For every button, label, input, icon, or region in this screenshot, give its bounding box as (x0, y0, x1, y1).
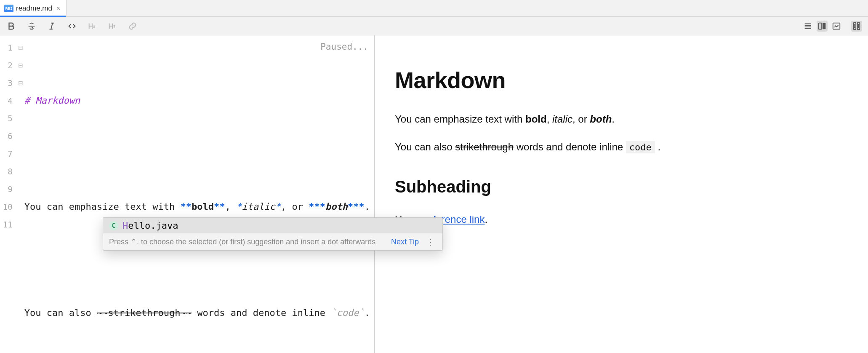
preview-h1: Markdown (395, 63, 848, 97)
italic-button[interactable] (46, 21, 57, 32)
preview-paragraph: You can also strikethrough words and den… (395, 139, 848, 155)
markdown-file-icon (4, 5, 13, 12)
line-number: 3 (0, 74, 13, 92)
editor-preview-split-button[interactable] (817, 21, 828, 32)
line-number: 7 (0, 145, 13, 163)
preview-only-view-button[interactable] (831, 21, 842, 32)
editor-only-view-button[interactable] (802, 21, 813, 32)
completion-item[interactable]: Hello.java (103, 218, 442, 233)
strikethrough-button[interactable] (26, 21, 37, 32)
md-toolbar (0, 17, 868, 35)
paused-label: Paused... (320, 38, 368, 56)
scroll-sync-button[interactable] (851, 21, 862, 32)
line-gutter: 1 2 3 4 5 6 7 8 9 10 11 (0, 35, 17, 353)
fold-column (17, 35, 24, 353)
link-button[interactable] (127, 21, 138, 32)
fold-marker-icon[interactable] (17, 74, 24, 92)
heading-down-button[interactable] (87, 21, 98, 32)
heading-up-button[interactable] (107, 21, 118, 32)
line-number: 1 (0, 39, 13, 56)
tab-filename: readme.md (16, 4, 52, 13)
file-tab[interactable]: readme.md × (0, 0, 67, 16)
preview-pane: Markdown You can emphasize text with bol… (375, 35, 868, 353)
code-button[interactable] (67, 21, 77, 32)
line-number: 2 (0, 56, 13, 74)
line-number: 4 (0, 92, 13, 110)
split-view: 1 2 3 4 5 6 7 8 9 10 11 Paused... # Mark… (0, 35, 868, 353)
completion-tip: Press ⌃. to choose the selected (or firs… (103, 233, 442, 250)
editor-pane: 1 2 3 4 5 6 7 8 9 10 11 Paused... # Mark… (0, 35, 375, 353)
bold-button[interactable] (6, 21, 17, 32)
line-number: 8 (0, 163, 13, 180)
svg-rect-1 (823, 23, 825, 29)
line-number: 9 (0, 180, 13, 198)
preview-paragraph: Use a reference link. (395, 212, 848, 227)
preview-paragraph: You can emphasize text with bold, italic… (395, 112, 848, 127)
preview-h2: Subheading (395, 174, 848, 199)
line-number: 10 (0, 198, 13, 216)
line-number: 11 (0, 216, 13, 233)
line-number: 6 (0, 127, 13, 145)
tab-bar: readme.md × (0, 0, 868, 17)
class-icon (109, 221, 118, 230)
fold-marker-icon[interactable] (17, 56, 24, 74)
svg-rect-0 (819, 23, 822, 29)
completion-popup: Hello.java Press ⌃. to choose the select… (103, 217, 443, 251)
line-number: 5 (0, 110, 13, 127)
close-icon[interactable]: × (55, 5, 62, 12)
next-tip-link[interactable]: Next Tip (391, 238, 419, 246)
fold-marker-icon[interactable] (17, 39, 24, 56)
more-icon[interactable]: ⋮ (425, 237, 437, 247)
code-area[interactable]: Paused... # Markdown You can emphasize t… (24, 35, 374, 353)
